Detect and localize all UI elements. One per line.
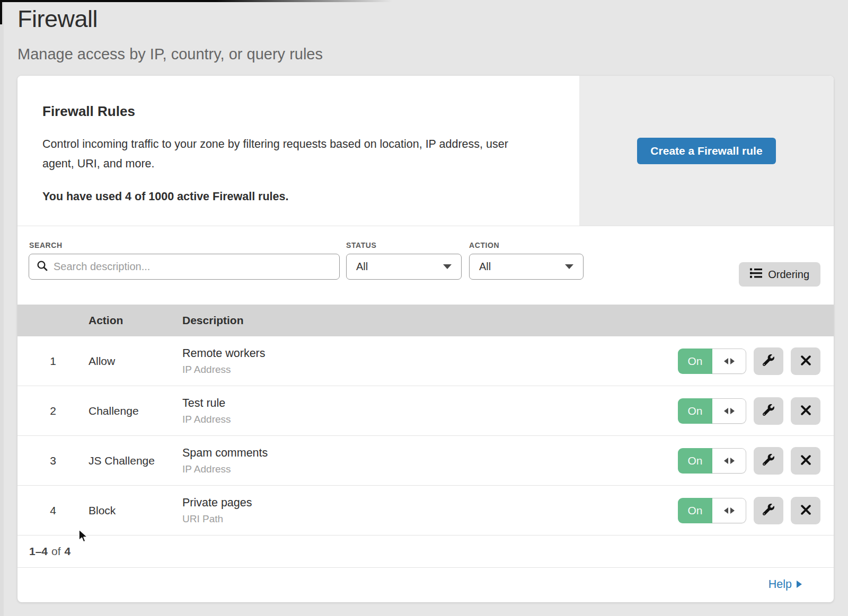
rule-match-type: IP Address [182, 463, 678, 475]
search-icon [37, 260, 48, 273]
rule-number: 2 [17, 405, 89, 417]
help-row: Help [17, 567, 834, 601]
rule-controls: On [678, 347, 834, 375]
card-heading: Firewall Rules [42, 103, 537, 120]
rule-enabled-toggle[interactable]: On [678, 498, 746, 523]
rule-match-type: IP Address [182, 414, 678, 425]
search-box[interactable] [29, 254, 340, 280]
toggle-arrows-icon[interactable] [712, 498, 746, 523]
rule-number: 3 [17, 454, 89, 467]
table-row: 4 Block Private pages URI Path On [17, 486, 834, 535]
page-subtitle: Manage access by IP, country, or query r… [17, 46, 848, 63]
search-label: SEARCH [29, 241, 63, 249]
create-rule-panel: Create a Firewall rule [579, 76, 834, 226]
wrench-icon [763, 404, 774, 417]
rule-enabled-toggle[interactable]: On [678, 349, 746, 374]
rule-action: JS Challenge [89, 454, 182, 467]
create-firewall-rule-button[interactable]: Create a Firewall rule [637, 138, 775, 164]
rule-controls: On [678, 397, 834, 425]
table-row: 2 Challenge Test rule IP Address On [17, 386, 834, 436]
action-label: ACTION [469, 241, 499, 249]
rule-number: 1 [17, 355, 89, 368]
rule-match-type: IP Address [182, 364, 678, 376]
edit-rule-button[interactable] [754, 497, 783, 524]
usage-note: You have used 4 of 1000 active Firewall … [42, 190, 537, 203]
rule-number: 4 [17, 504, 89, 517]
search-input[interactable] [54, 261, 332, 273]
description-column-header: Description [182, 314, 834, 327]
delete-rule-button[interactable] [791, 447, 820, 475]
card-top-text: Firewall Rules Control incoming traffic … [17, 76, 579, 226]
toggle-arrows-icon[interactable] [712, 349, 746, 374]
close-icon [800, 504, 811, 517]
ordering-button-label: Ordering [768, 269, 809, 281]
rule-controls: On [678, 447, 834, 475]
edit-rule-button[interactable] [754, 397, 783, 425]
rule-description-cell: Spam comments IP Address [182, 447, 678, 475]
edit-rule-button[interactable] [754, 347, 783, 375]
wrench-icon [763, 454, 774, 467]
close-icon [800, 454, 811, 467]
rule-description-cell: Private pages URI Path [182, 496, 678, 525]
pagination-of: of [51, 545, 61, 558]
toggle-on-label[interactable]: On [678, 498, 712, 523]
firewall-page: Firewall Manage access by IP, country, o… [0, 0, 848, 616]
action-value: All [479, 261, 491, 273]
action-select[interactable]: All [469, 254, 584, 280]
close-icon [800, 405, 811, 417]
table-header: Action Description [17, 305, 834, 336]
rule-action: Challenge [89, 405, 182, 417]
card-top-section: Firewall Rules Control incoming traffic … [17, 76, 834, 226]
action-column-header: Action [89, 314, 182, 327]
status-label: STATUS [346, 241, 377, 249]
rule-controls: On [678, 497, 834, 524]
delete-rule-button[interactable] [791, 497, 820, 524]
page-header: Firewall Manage access by IP, country, o… [0, 0, 848, 63]
rule-description-cell: Test rule IP Address [182, 397, 678, 425]
rule-match-type: URI Path [182, 513, 678, 525]
table-row: 1 Allow Remote workers IP Address On [17, 336, 834, 386]
toggle-on-label[interactable]: On [678, 349, 712, 374]
delete-rule-button[interactable] [791, 347, 820, 375]
edit-rule-button[interactable] [754, 447, 783, 475]
help-link[interactable]: Help [768, 578, 802, 591]
chevron-down-icon [565, 264, 573, 269]
rule-description: Private pages [182, 496, 678, 510]
rule-action: Allow [89, 355, 182, 368]
rule-enabled-toggle[interactable]: On [678, 398, 746, 424]
pagination: 1–4 of 4 [17, 535, 834, 567]
card-description: Control incoming traffic to your zone by… [42, 135, 537, 173]
filters-bar: SEARCH STATUS All ACTION All [17, 226, 834, 305]
help-link-label: Help [768, 578, 792, 591]
chevron-down-icon [443, 264, 452, 269]
pagination-total: 4 [65, 545, 71, 558]
wrench-icon [763, 504, 774, 517]
rule-action: Block [89, 504, 182, 517]
rule-description: Spam comments [182, 447, 678, 460]
rule-description: Remote workers [182, 347, 678, 360]
rule-enabled-toggle[interactable]: On [678, 448, 746, 474]
wrench-icon [763, 354, 774, 368]
status-value: All [356, 261, 368, 273]
toggle-arrows-icon[interactable] [712, 448, 746, 474]
table-row: 3 JS Challenge Spam comments IP Address … [17, 436, 834, 486]
ordering-button[interactable]: Ordering [739, 262, 820, 287]
pagination-range: 1–4 [29, 545, 48, 558]
list-icon [750, 268, 762, 281]
page-title: Firewall [17, 5, 848, 33]
status-select[interactable]: All [346, 254, 462, 280]
right-triangle-icon [797, 581, 802, 588]
window-left-strip [0, 0, 4, 616]
window-left-edge [0, 0, 2, 24]
window-top-edge [0, 0, 392, 2]
toggle-on-label[interactable]: On [678, 448, 712, 474]
delete-rule-button[interactable] [791, 397, 820, 425]
close-icon [800, 355, 811, 368]
rules-table-body: 1 Allow Remote workers IP Address On [17, 336, 834, 535]
rule-description: Test rule [182, 397, 678, 410]
toggle-on-label[interactable]: On [678, 398, 712, 424]
rule-description-cell: Remote workers IP Address [182, 347, 678, 376]
firewall-rules-card: Firewall Rules Control incoming traffic … [17, 76, 834, 602]
toggle-arrows-icon[interactable] [712, 398, 746, 424]
